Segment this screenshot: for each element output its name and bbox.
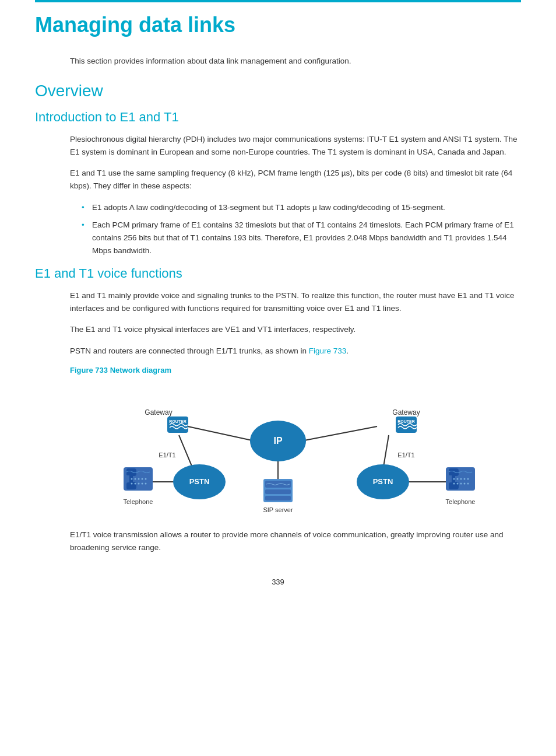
left-telephone-text: Telephone: [124, 498, 153, 505]
svg-line-0: [188, 426, 255, 441]
svg-text:ROUTER: ROUTER: [397, 419, 415, 424]
svg-point-32: [460, 482, 462, 484]
svg-point-16: [138, 482, 140, 484]
right-telephone-icon: [446, 467, 475, 491]
figure-title: Figure 733 Network diagram: [70, 366, 521, 374]
voice-para3-suffix: .: [346, 346, 349, 355]
e1t1-para1: Plesiochronous digital hierarchy (PDH) i…: [70, 133, 521, 159]
svg-rect-21: [265, 489, 291, 494]
svg-point-14: [131, 482, 133, 484]
intro-paragraph: This section provides information about …: [70, 55, 521, 68]
left-telephone-icon: [124, 467, 153, 491]
svg-point-29: [467, 478, 469, 480]
svg-point-13: [145, 478, 147, 480]
svg-point-30: [453, 482, 455, 484]
svg-point-28: [464, 478, 466, 480]
intro-e1t1-heading: Introduction to E1 and T1: [35, 110, 521, 125]
page-number: 339: [35, 578, 521, 586]
svg-point-17: [142, 482, 143, 484]
top-border: [35, 0, 521, 2]
svg-line-1: [179, 435, 193, 470]
sip-server-label: SIP server: [263, 506, 293, 513]
ip-label: IP: [273, 436, 282, 446]
voice-para3-prefix: PSTN and routers are connected through E…: [70, 346, 309, 355]
left-pstn-label: PSTN: [189, 477, 210, 486]
left-gateway-label: Gateway: [145, 408, 172, 416]
svg-rect-22: [265, 496, 291, 501]
svg-point-34: [467, 482, 469, 484]
network-diagram-container: Gateway ROUTER E1/T1 PSTN: [70, 383, 521, 517]
svg-point-12: [142, 478, 143, 480]
svg-line-4: [301, 426, 377, 441]
voice-functions-heading: E1 and T1 voice functions: [35, 266, 521, 281]
voice-para4: E1/T1 voice transmission allows a router…: [70, 528, 521, 555]
bullet-item-1: E1 adopts A law coding/decoding of 13-se…: [82, 201, 521, 214]
svg-point-9: [131, 478, 133, 480]
e1t1-para2: E1 and T1 use the same sampling frequenc…: [70, 167, 521, 193]
svg-point-11: [138, 478, 140, 480]
svg-point-15: [135, 482, 136, 484]
voice-para3: PSTN and routers are connected through E…: [70, 345, 521, 358]
svg-point-26: [457, 478, 459, 480]
right-pstn-label: PSTN: [373, 477, 393, 486]
voice-para1: E1 and T1 mainly provide voice and signa…: [70, 289, 521, 316]
bullet-item-2: Each PCM primary frame of E1 contains 32…: [82, 219, 521, 258]
svg-point-27: [460, 478, 462, 480]
right-telephone-text: Telephone: [446, 498, 476, 505]
svg-text:ROUTER: ROUTER: [169, 419, 186, 424]
network-diagram-svg: Gateway ROUTER E1/T1 PSTN: [97, 383, 494, 517]
right-gateway-label: Gateway: [392, 408, 420, 416]
page-title: Managing data links: [35, 13, 521, 37]
right-e1t1-label: E1/T1: [397, 452, 414, 459]
svg-point-25: [453, 478, 455, 480]
svg-point-18: [145, 482, 147, 484]
sip-server-icon: [263, 479, 293, 502]
svg-point-33: [464, 482, 466, 484]
overview-heading: Overview: [35, 82, 521, 100]
svg-point-31: [457, 482, 459, 484]
e1t1-bullet-list: E1 adopts A law coding/decoding of 13-se…: [82, 201, 521, 258]
voice-para2: The E1 and T1 voice physical interfaces …: [70, 323, 521, 336]
left-e1t1-label: E1/T1: [159, 452, 175, 459]
figure-733-link[interactable]: Figure 733: [309, 346, 347, 355]
svg-point-10: [135, 478, 136, 480]
